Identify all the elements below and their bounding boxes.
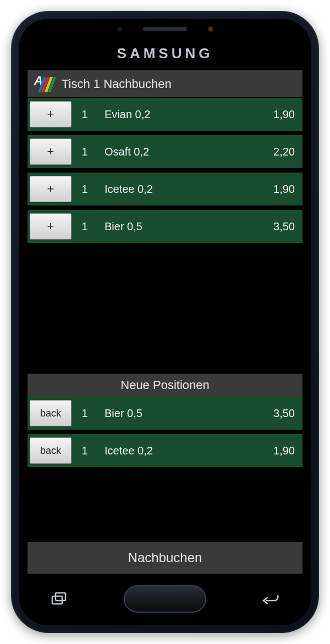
phone-bezel: SAMSUNG A Tisch 1 Nachbuchen + 1 [19, 19, 311, 625]
app-screen: A Tisch 1 Nachbuchen + 1 Evian 0,2 1,90 [28, 70, 302, 574]
back-button[interactable]: back [30, 400, 72, 426]
phone-frame: SAMSUNG A Tisch 1 Nachbuchen + 1 [11, 11, 319, 633]
item-row: + 1 Bier 0,5 3,50 [28, 210, 302, 243]
item-qty: 1 [77, 146, 92, 158]
item-price: 1,90 [273, 183, 295, 196]
item-price: 1,90 [273, 445, 295, 457]
home-button[interactable] [124, 585, 206, 613]
item-row: + 1 Osaft 0,2 2,20 [28, 135, 302, 168]
back-button[interactable]: back [30, 437, 72, 464]
app-header: A Tisch 1 Nachbuchen [28, 70, 302, 98]
item-row: back 1 Bier 0,5 3,50 [28, 397, 302, 430]
item-qty: 1 [77, 407, 92, 420]
device-brand: SAMSUNG [19, 45, 311, 62]
android-nav-bar [19, 582, 311, 615]
empty-area [28, 247, 302, 374]
submit-button[interactable]: Nachbuchen [28, 541, 302, 574]
item-row: + 1 Icetee 0,2 1,90 [28, 173, 302, 206]
item-name: Evian 0,2 [92, 108, 273, 121]
item-price: 2,20 [273, 146, 295, 158]
add-button[interactable]: + [30, 138, 72, 165]
item-name: Bier 0,5 [92, 220, 273, 233]
item-qty: 1 [77, 445, 92, 457]
item-qty: 1 [77, 183, 92, 196]
front-camera-icon [208, 26, 213, 32]
earpiece-bar [117, 26, 213, 32]
item-price: 1,90 [273, 108, 295, 121]
item-name: Icetee 0,2 [92, 183, 273, 196]
item-name: Bier 0,5 [92, 407, 273, 420]
add-button[interactable]: + [30, 176, 72, 202]
item-name: Icetee 0,2 [92, 445, 273, 457]
recents-icon[interactable] [50, 589, 69, 609]
item-name: Osaft 0,2 [92, 146, 273, 158]
speaker-grille [143, 27, 187, 31]
add-button[interactable]: + [30, 213, 72, 240]
item-qty: 1 [77, 220, 92, 233]
section-header-new: Neue Positionen [28, 374, 302, 397]
item-qty: 1 [77, 108, 92, 121]
new-items-list: back 1 Bier 0,5 3,50 back 1 Icetee 0,2 1… [28, 397, 302, 467]
sensor-icon [117, 26, 122, 32]
add-button[interactable]: + [30, 101, 72, 127]
item-row: back 1 Icetee 0,2 1,90 [28, 434, 302, 467]
item-price: 3,50 [273, 407, 295, 420]
android-back-icon[interactable] [261, 589, 280, 609]
item-row: + 1 Evian 0,2 1,90 [28, 98, 302, 131]
item-price: 3,50 [273, 220, 295, 233]
existing-items-list: + 1 Evian 0,2 1,90 + 1 Osaft 0,2 2,20 + … [28, 98, 302, 243]
page-title: Tisch 1 Nachbuchen [62, 77, 172, 91]
app-logo-icon: A [33, 75, 54, 93]
